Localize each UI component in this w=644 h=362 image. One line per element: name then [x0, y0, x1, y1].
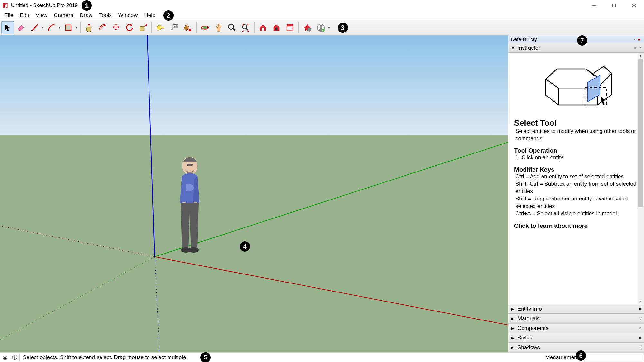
panel-shadows-header[interactable]: ▶Shadows× — [508, 343, 644, 352]
panel-close-icon[interactable]: × — [634, 45, 637, 51]
panel-close-icon[interactable]: × — [639, 306, 641, 311]
menu-camera[interactable]: Camera — [51, 12, 76, 19]
instructor-scrollbar[interactable]: ▲ ▼ — [637, 53, 644, 304]
menu-help[interactable]: Help — [141, 12, 159, 19]
svg-rect-6 — [140, 26, 144, 31]
tray-title: Default Tray — [511, 36, 537, 42]
panel-styles-header[interactable]: ▶Styles× — [508, 333, 644, 343]
menu-view[interactable]: View — [33, 12, 51, 19]
chevron-down-icon: ▼ — [511, 46, 515, 50]
svg-point-14 — [229, 24, 234, 29]
panel-instructor-header[interactable]: ▼ Instructor × ⌃ — [508, 43, 644, 53]
panel-label: Entity Info — [517, 306, 542, 312]
layout-tool[interactable] — [284, 21, 296, 34]
text-tool[interactable]: A1 — [168, 21, 180, 34]
panel-label: Materials — [517, 315, 540, 322]
arc-tool-dropdown[interactable]: ▼ — [58, 26, 61, 29]
svg-rect-8 — [161, 27, 164, 28]
svg-rect-34 — [187, 164, 193, 166]
default-tray: Default Tray ▫ ■ ▼ Instructor × ⌃ — [508, 35, 644, 352]
panel-close-icon[interactable]: × — [639, 345, 641, 350]
rotate-tool[interactable] — [123, 21, 136, 34]
arc-tool[interactable] — [45, 21, 58, 34]
chevron-right-icon: ▶ — [511, 326, 515, 330]
orbit-tool[interactable] — [198, 21, 211, 34]
learn-more-link[interactable]: Click to learn about more — [514, 222, 638, 229]
line-tool-dropdown[interactable]: ▼ — [41, 26, 44, 29]
chevron-right-icon: ▶ — [511, 307, 515, 311]
svg-point-17 — [275, 28, 277, 30]
paint-tool[interactable] — [181, 21, 194, 34]
menu-file[interactable]: File — [1, 12, 16, 19]
svg-point-4 — [31, 30, 33, 31]
credits-icon[interactable]: ⓘ — [10, 354, 19, 361]
tray-close-icon[interactable]: ■ — [637, 37, 641, 41]
menu-bar: FileEditViewCameraDrawToolsWindowHelp 2 — [0, 11, 644, 20]
pushpull-tool[interactable] — [82, 21, 95, 34]
callout-6: 6 — [576, 350, 586, 361]
callout-5: 5 — [200, 352, 211, 362]
callout-3: 3 — [338, 23, 348, 33]
svg-text:A1: A1 — [174, 25, 177, 28]
svg-rect-5 — [66, 25, 71, 31]
panel-collapse-icon[interactable]: ⌃ — [639, 46, 641, 50]
measurements-input[interactable] — [584, 354, 642, 361]
maximize-button[interactable] — [604, 0, 624, 11]
eraser-tool[interactable] — [15, 21, 28, 34]
svg-marker-26 — [0, 135, 508, 150]
svg-point-39 — [188, 247, 199, 253]
select-tool[interactable] — [1, 21, 14, 34]
panel-close-icon[interactable]: × — [639, 316, 641, 321]
scale-tool[interactable] — [137, 21, 149, 34]
panel-instructor-label: Instructor — [517, 45, 540, 51]
signin-tool-dropdown[interactable]: ▼ — [327, 26, 331, 29]
window-title: Untitled - SketchUp Pro 2019 — [11, 3, 78, 8]
svg-rect-16 — [262, 28, 264, 31]
chevron-right-icon: ▶ — [511, 316, 515, 321]
svg-rect-19 — [287, 25, 293, 27]
panel-close-icon[interactable]: × — [639, 335, 641, 340]
tray-header[interactable]: Default Tray ▫ ■ — [508, 35, 644, 43]
modifier-keys-title: Modifier Keys — [514, 166, 638, 173]
tool-title: Select Tool — [514, 118, 638, 128]
tool-description: Select entities to modify when using oth… — [514, 128, 638, 143]
chevron-right-icon: ▶ — [511, 345, 515, 350]
close-button[interactable] — [624, 0, 644, 11]
panel-label: Styles — [517, 335, 532, 341]
panel-entity-info-header[interactable]: ▶Entity Info× — [508, 304, 644, 314]
panel-components-header[interactable]: ▶Components× — [508, 323, 644, 333]
tape-tool[interactable] — [154, 21, 167, 34]
signin-tool[interactable] — [314, 21, 327, 34]
warehouse-tool[interactable] — [256, 21, 269, 34]
toolbar: ▼▼▼A1▼ 3 — [0, 20, 644, 35]
zoom-extents-tool[interactable] — [239, 21, 252, 34]
menu-window[interactable]: Window — [115, 12, 141, 19]
callout-4: 4 — [240, 241, 250, 252]
status-bar: ◉ ⓘ Select objects. Shift to extend sele… — [0, 352, 644, 362]
main-area: 4 Default Tray ▫ ■ ▼ Instructor × ⌃ — [0, 35, 644, 352]
geo-icon[interactable]: ◉ — [0, 354, 10, 361]
menu-edit[interactable]: Edit — [16, 12, 32, 19]
mod-shift: Shift = Toggle whether an entity is with… — [514, 195, 638, 210]
shape-tool[interactable] — [62, 21, 75, 34]
panel-label: Components — [517, 325, 548, 331]
title-bar: Untitled - SketchUp Pro 2019 1 — [0, 0, 644, 11]
menu-draw[interactable]: Draw — [77, 12, 96, 19]
pin-icon[interactable]: ▫ — [633, 37, 637, 41]
callout-1: 1 — [82, 0, 92, 11]
panel-materials-header[interactable]: ▶Materials× — [508, 314, 644, 323]
move-tool[interactable] — [110, 21, 122, 34]
drawing-viewport[interactable]: 4 — [0, 35, 508, 352]
zoom-tool[interactable] — [226, 21, 238, 34]
pan-tool[interactable] — [212, 21, 225, 34]
shape-tool-dropdown[interactable]: ▼ — [75, 26, 78, 29]
menu-tools[interactable]: Tools — [96, 12, 115, 19]
extension-manager-tool[interactable] — [301, 21, 314, 34]
offset-tool[interactable] — [96, 21, 109, 34]
minimize-button[interactable] — [584, 0, 604, 11]
line-tool[interactable] — [28, 21, 41, 34]
panel-close-icon[interactable]: × — [639, 326, 641, 331]
svg-rect-1 — [612, 4, 616, 7]
app-icon — [2, 2, 8, 9]
extension-warehouse-tool[interactable] — [270, 21, 283, 34]
